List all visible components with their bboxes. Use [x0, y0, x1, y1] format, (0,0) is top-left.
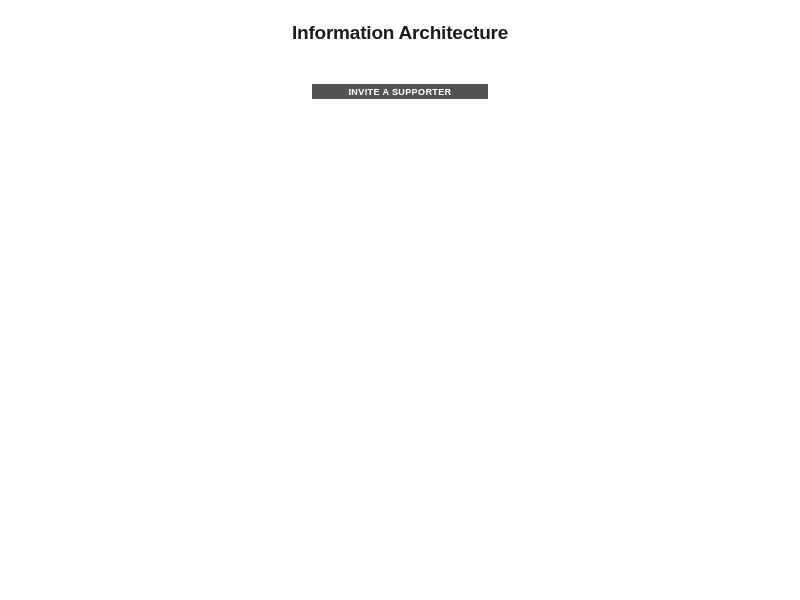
invite-supporter-button[interactable]: INVITE A SUPPORTER: [312, 84, 488, 99]
page-title: Information Architecture: [292, 22, 508, 44]
